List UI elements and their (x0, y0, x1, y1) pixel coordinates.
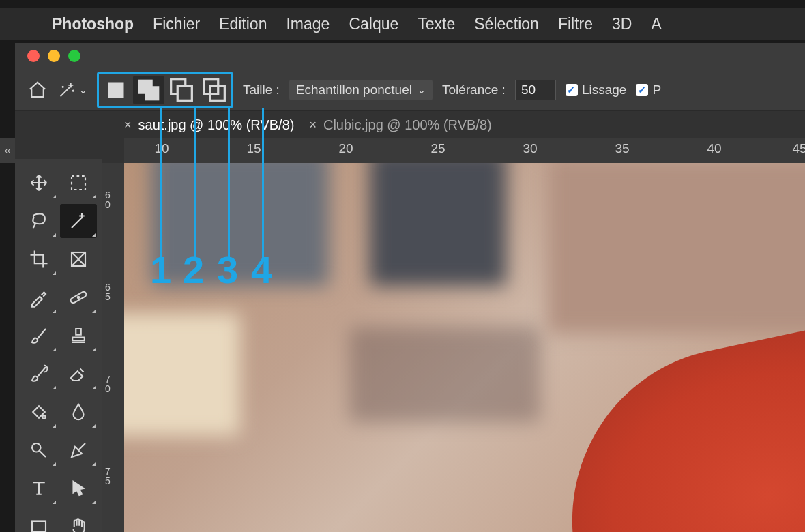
bucket-icon (29, 402, 49, 422)
app-name-menu[interactable]: Photoshop (52, 15, 134, 33)
options-bar: ⌄ Taille : (15, 69, 805, 111)
menu-a[interactable]: A (651, 15, 661, 33)
photo-region (151, 163, 329, 286)
marquee-tool[interactable] (60, 166, 97, 200)
dodge-tool[interactable] (60, 395, 97, 429)
pen-tool[interactable] (60, 433, 97, 467)
svg-point-13 (32, 443, 41, 452)
eyedropper-tool[interactable] (20, 280, 57, 314)
canvas[interactable] (124, 163, 805, 532)
frame-icon (68, 249, 89, 269)
svg-rect-14 (32, 522, 46, 532)
svg-rect-4 (145, 86, 159, 100)
clone-stamp-tool[interactable] (60, 319, 97, 353)
taille-dropdown[interactable]: Echantillon ponctuel ⌄ (289, 80, 433, 100)
bandage-icon (68, 287, 89, 308)
checkbox-checked-icon: ✓ (636, 84, 648, 96)
lasso-tool[interactable] (20, 204, 57, 238)
ruler-tick: 20 (332, 141, 360, 156)
droplet-icon (68, 402, 89, 422)
close-tab-icon[interactable]: × (124, 118, 132, 132)
subtract-selection-icon (166, 74, 197, 106)
home-button[interactable] (27, 80, 48, 100)
subtract-from-selection-button[interactable] (166, 76, 197, 104)
ruler-tick: 70 (105, 374, 111, 394)
svg-point-0 (63, 86, 63, 87)
lissage-checkbox[interactable]: ✓ Lissage (566, 83, 627, 98)
healing-brush-tool[interactable] (60, 280, 97, 314)
hand-tool[interactable] (60, 509, 97, 532)
lollipop-icon (29, 440, 49, 460)
lissage-label: Lissage (582, 83, 627, 98)
move-tool[interactable] (20, 166, 57, 200)
ruler-tick: 65 (105, 282, 111, 301)
brush-icon (29, 325, 49, 346)
close-tab-icon[interactable]: × (309, 118, 317, 132)
menu-fichier[interactable]: Fichier (153, 15, 200, 33)
new-selection-icon (100, 74, 132, 106)
magic-wand-icon (68, 211, 89, 231)
intersect-selection-icon (199, 74, 230, 106)
eraser-icon (68, 364, 89, 384)
paint-bucket-tool[interactable] (20, 395, 57, 429)
window-minimize-button[interactable] (48, 50, 60, 62)
checkbox-checked-icon: ✓ (566, 84, 578, 96)
ruler-tick: 75 (105, 467, 111, 486)
menu-edition[interactable]: Edition (219, 15, 267, 33)
tab-label: Clubic.jpg @ 100% (RVB/8) (323, 117, 492, 133)
svg-rect-2 (108, 82, 124, 98)
intersect-selection-button[interactable] (199, 76, 230, 104)
window-zoom-button[interactable] (68, 50, 80, 62)
new-selection-button[interactable] (100, 76, 132, 104)
menu-selection[interactable]: Sélection (474, 15, 539, 33)
document-tab[interactable]: × Clubic.jpg @ 100% (RVB/8) (309, 117, 491, 133)
ruler-tick: 40 (701, 141, 728, 156)
path-select-tool[interactable] (60, 471, 97, 505)
crop-icon (29, 249, 49, 269)
ruler-horizontal[interactable]: 10 15 20 25 30 35 40 45 (124, 138, 805, 163)
rectangle-icon (29, 516, 49, 532)
menu-filtre[interactable]: Filtre (558, 15, 593, 33)
pen-icon (68, 440, 89, 460)
svg-rect-9 (72, 176, 85, 190)
menu-image[interactable]: Image (286, 15, 330, 33)
app-window: ⌄ Taille : (15, 43, 805, 532)
blur-tool[interactable] (20, 433, 57, 467)
tool-preset-picker[interactable]: ⌄ (57, 80, 87, 100)
p-checkbox[interactable]: ✓ P (636, 83, 661, 98)
move-icon (29, 173, 49, 193)
menu-texte[interactable]: Texte (418, 15, 455, 33)
type-tool[interactable] (20, 471, 57, 505)
brush-tool[interactable] (20, 319, 57, 353)
document-tab[interactable]: × saut.jpg @ 100% (RVB/8) (124, 117, 294, 133)
chevron-down-icon: ⌄ (79, 85, 87, 95)
frame-tool[interactable] (60, 242, 97, 276)
window-titlebar (15, 43, 805, 69)
arrow-cursor-icon (68, 478, 89, 499)
add-to-selection-icon (133, 74, 164, 106)
workspace: ‹‹ 10 1 (15, 138, 805, 532)
eyedropper-icon (29, 287, 49, 308)
lasso-icon (29, 211, 49, 231)
window-close-button[interactable] (27, 50, 40, 62)
tab-label: saut.jpg @ 100% (RVB/8) (138, 117, 295, 133)
ruler-tick: 15 (240, 141, 267, 156)
eraser-tool[interactable] (60, 357, 97, 391)
rectangle-tool[interactable] (20, 509, 57, 532)
photo-region (349, 327, 540, 422)
menu-3d[interactable]: 3D (612, 15, 632, 33)
taille-value: Echantillon ponctuel (296, 83, 412, 98)
crop-tool[interactable] (20, 242, 57, 276)
add-to-selection-button[interactable] (133, 76, 164, 104)
ruler-tick: 35 (609, 141, 636, 156)
magic-wand-tool[interactable] (60, 204, 97, 238)
ruler-tick: 10 (148, 141, 175, 156)
history-brush-tool[interactable] (20, 357, 57, 391)
p-label: P (652, 83, 661, 98)
panel-collapse-button[interactable]: ‹‹ (0, 138, 15, 163)
mac-menubar: Photoshop Fichier Edition Image Calque T… (0, 8, 805, 40)
ruler-tick: 60 (105, 190, 111, 209)
menu-calque[interactable]: Calque (349, 15, 398, 33)
tolerance-input[interactable]: 50 (515, 80, 556, 100)
ruler-vertical[interactable]: 60 65 70 75 (102, 163, 124, 532)
